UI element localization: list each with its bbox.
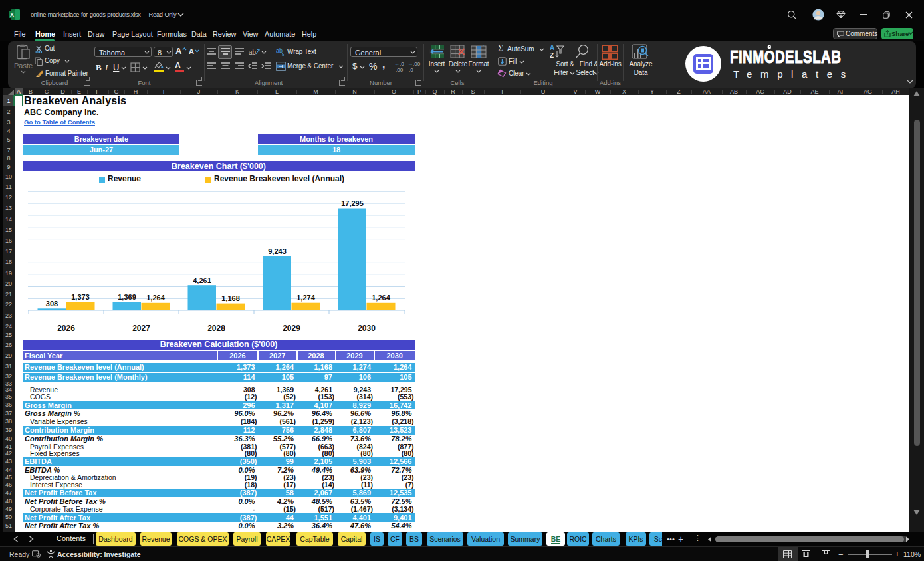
svg-text:4,261: 4,261 [193, 277, 211, 284]
svg-text:ab: ab [276, 47, 283, 54]
svg-text:1,274: 1,274 [296, 294, 315, 302]
svg-text:9,243: 9,243 [268, 247, 287, 255]
svg-text:Z: Z [550, 52, 554, 59]
svg-text:17,295: 17,295 [341, 199, 364, 207]
svg-text:ab: ab [249, 49, 257, 56]
svg-text:1,264: 1,264 [372, 294, 390, 302]
svg-text:1,369: 1,369 [118, 293, 136, 301]
svg-text:308: 308 [46, 300, 58, 308]
svg-text:A: A [550, 44, 554, 51]
svg-text:1,373: 1,373 [71, 293, 90, 301]
svg-text:X: X [10, 11, 14, 18]
svg-text:1,264: 1,264 [146, 294, 165, 302]
svg-text:1,168: 1,168 [221, 294, 240, 302]
